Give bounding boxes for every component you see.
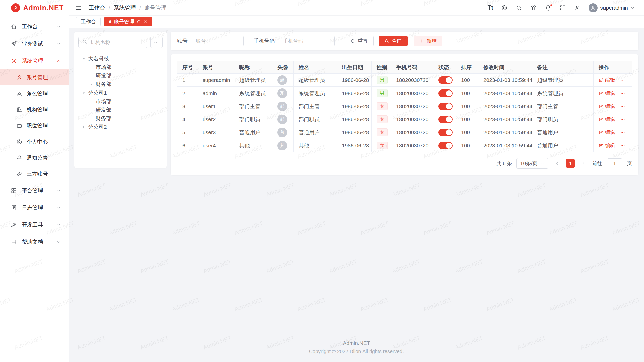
cell-name: 其他 [294,139,337,152]
sidebar-subitem-notice-announcement[interactable]: 通知公告 [0,150,69,166]
sidebar-item-platform-management[interactable]: 平台管理 [0,182,69,199]
tree-node[interactable]: 财务部 [78,80,163,88]
fullscreen-icon[interactable] [559,5,566,11]
sidebar-subitem-role-management[interactable]: 角色管理 [0,85,69,102]
table-row: 3user1部门主管部部门主管1986-06-28女18020030720100… [177,100,632,113]
current-page-button[interactable]: 1 [566,159,575,168]
edit-button[interactable]: 编辑 [599,129,615,136]
page-size-select[interactable]: 10条/页 [516,158,548,169]
sidebar-item-workbench[interactable]: 工作台 [0,18,69,35]
tab-account-management[interactable]: 账号管理 [104,17,152,26]
next-page-button[interactable] [579,159,588,168]
more-actions-button[interactable] [620,130,625,135]
breadcrumb-item[interactable]: 工作台 [89,4,105,12]
sidebar-item-system-management[interactable]: 系统管理 [0,52,69,69]
org-name-input[interactable] [78,37,147,48]
tab-workbench[interactable]: 工作台 [76,17,101,26]
sidebar: Admin.NET 工作台业务测试系统管理账号管理角色管理机构管理职位管理个人中… [0,0,69,362]
caret-down-icon[interactable] [80,55,87,62]
add-button[interactable]: 新增 [414,36,442,46]
tree-node[interactable]: 市场部 [78,63,163,71]
gear-icon [10,58,18,64]
sidebar-subitem-account-management[interactable]: 账号管理 [0,69,69,85]
phone-input[interactable] [279,36,335,46]
more-actions-button[interactable] [620,117,625,122]
status-toggle[interactable] [438,142,453,149]
users-icon [16,90,23,97]
edit-button[interactable]: 编辑 [599,90,615,97]
edit-button[interactable]: 编辑 [599,77,615,83]
footer-title: Admin.NET [69,340,644,346]
sidebar-item-help-docs[interactable]: 帮助文档 [0,233,69,250]
tree-node[interactable]: 财务部 [78,114,163,123]
gender-tag: 女 [377,128,388,137]
edit-button[interactable]: 编辑 [599,142,615,149]
menu-collapse-icon[interactable] [75,5,82,11]
cell-avatar: 部 [272,113,294,126]
sidebar-item-business-test[interactable]: 业务测试 [0,35,69,52]
edit-button[interactable]: 编辑 [599,116,615,123]
column-header: 性别 [372,61,391,74]
tree-node[interactable]: 分公司2 [78,123,163,131]
avatar: 部 [277,102,287,111]
status-toggle[interactable] [438,129,453,136]
sidebar-subitem-personal-center[interactable]: 个人中心 [0,134,69,150]
org-more-actions-button[interactable] [150,37,163,48]
tree-node[interactable]: 大名科技 [78,54,163,63]
status-toggle[interactable] [438,103,453,110]
search-icon[interactable] [516,5,522,11]
tree-node[interactable]: 研发部 [78,106,163,114]
status-toggle[interactable] [438,116,453,123]
right-column: 账号 手机号码 重置 查询 新增 序号账号昵称头像姓名出生日期性别手机号码状态排… [171,32,638,175]
tree-node[interactable]: 分公司1 [78,88,163,97]
sidebar-subitem-position-management[interactable]: 职位管理 [0,118,69,134]
more-actions-button[interactable] [620,91,625,96]
more-actions-button[interactable] [620,143,625,148]
brand[interactable]: Admin.NET [0,0,69,16]
page-content: 大名科技市场部研发部财务部分公司1市场部研发部财务部分公司2 账号 手机号码 重… [69,28,644,335]
more-actions-button[interactable] [620,104,625,109]
caret-right-icon[interactable] [88,81,95,88]
sidebar-item-dev-tools[interactable]: 开发工具 [0,216,69,233]
profile-icon[interactable] [574,5,581,11]
cell-phone: 18020030720 [391,87,433,100]
tree-node-label: 分公司1 [88,89,107,96]
globe-icon[interactable] [501,5,508,11]
user-menu[interactable]: superadmin [589,3,635,12]
sidebar-subitem-org-management[interactable]: 机构管理 [0,102,69,118]
sidebar-subitem-third-party-account[interactable]: 三方账号 [0,166,69,182]
reset-button[interactable]: 重置 [345,36,374,46]
breadcrumb-item: 账号管理 [144,4,167,12]
edit-button[interactable]: 编辑 [599,103,615,110]
gender-tag: 男 [377,76,388,84]
account-input[interactable] [192,36,244,46]
tree-node[interactable]: 市场部 [78,97,163,106]
status-toggle[interactable] [438,89,453,97]
tab-refresh-icon[interactable] [137,20,141,24]
font-size-icon[interactable]: Tt [488,4,493,11]
tab-close-icon[interactable] [143,20,148,24]
status-toggle[interactable] [438,76,453,84]
theme-icon[interactable] [530,5,537,11]
sidebar-subitem-label: 角色管理 [27,90,48,97]
search-button[interactable]: 查询 [379,36,408,46]
sidebar-subitem-label: 职位管理 [27,122,48,129]
main-area: 工作台/系统管理/账号管理 Tt superadmin 工作台 [69,0,644,362]
cell-account: user3 [197,126,234,139]
caret-right-icon[interactable] [80,123,87,130]
column-header: 昵称 [234,61,272,74]
prev-page-button[interactable] [553,159,561,168]
cell-modified: 2023-01-03 10:59:44 [478,74,532,87]
sidebar-subitem-label: 通知公告 [27,154,48,161]
tree-node[interactable]: 研发部 [78,71,163,80]
more-actions-button[interactable] [620,78,625,83]
column-header: 排序 [456,61,478,74]
sidebar-subitem-label: 个人中心 [27,138,48,145]
sidebar-item-log-management[interactable]: 日志管理 [0,199,69,216]
goto-page-input[interactable] [607,158,622,168]
cell-operations: 编辑 [594,139,632,152]
notification-bell-icon[interactable] [545,5,551,11]
breadcrumb-item[interactable]: 系统管理 [114,4,136,12]
caret-down-icon[interactable] [80,89,87,96]
column-header: 姓名 [294,61,337,74]
